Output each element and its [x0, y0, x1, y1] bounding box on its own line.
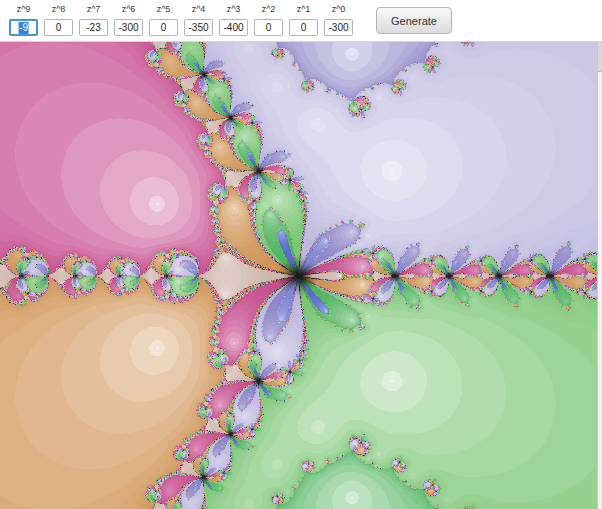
coefficient-label: z^8 [41, 3, 76, 16]
fractal-viewport [0, 42, 602, 509]
coefficient-label: z^1 [286, 3, 321, 16]
coefficient-field: z^4 [181, 0, 216, 36]
coefficient-field: z^3 [216, 0, 251, 36]
coefficient-label: z^2 [251, 3, 286, 16]
coefficients-toolbar: z^9-9z^8z^7z^6z^5z^4z^3z^2z^1z^0 Generat… [0, 0, 602, 42]
coefficient-input[interactable] [219, 19, 248, 36]
coefficient-label: z^7 [76, 3, 111, 16]
coefficient-label: z^0 [321, 3, 356, 16]
coefficient-field: z^7 [76, 0, 111, 36]
coefficient-input[interactable] [9, 19, 38, 36]
coefficient-input[interactable] [289, 19, 318, 36]
coefficient-input[interactable] [44, 19, 73, 36]
coefficient-label: z^4 [181, 3, 216, 16]
coefficient-label: z^3 [216, 3, 251, 16]
coefficient-input[interactable] [324, 19, 353, 36]
coefficient-input[interactable] [184, 19, 213, 36]
coefficient-field: z^9-9 [6, 0, 41, 36]
fractal-generator-app: z^9-9z^8z^7z^6z^5z^4z^3z^2z^1z^0 Generat… [0, 0, 602, 509]
coefficient-label: z^6 [111, 3, 146, 16]
coefficient-field: z^2 [251, 0, 286, 36]
coefficient-field: z^8 [41, 0, 76, 36]
coefficient-field: z^0 [321, 0, 356, 36]
coefficient-input[interactable] [114, 19, 143, 36]
coefficient-input[interactable] [149, 19, 178, 36]
generate-button[interactable]: Generate [376, 7, 452, 34]
coefficient-input[interactable] [254, 19, 283, 36]
coefficient-fields: z^9-9z^8z^7z^6z^5z^4z^3z^2z^1z^0 [0, 0, 356, 36]
coefficient-field: z^5 [146, 0, 181, 36]
coefficient-field: z^6 [111, 0, 146, 36]
fractal-canvas[interactable] [0, 42, 597, 509]
coefficient-label: z^9 [6, 3, 41, 16]
coefficient-input[interactable] [79, 19, 108, 36]
scrollbar-thumb[interactable] [598, 42, 602, 72]
coefficient-field: z^1 [286, 0, 321, 36]
vertical-scrollbar[interactable] [597, 42, 602, 509]
coefficient-label: z^5 [146, 3, 181, 16]
